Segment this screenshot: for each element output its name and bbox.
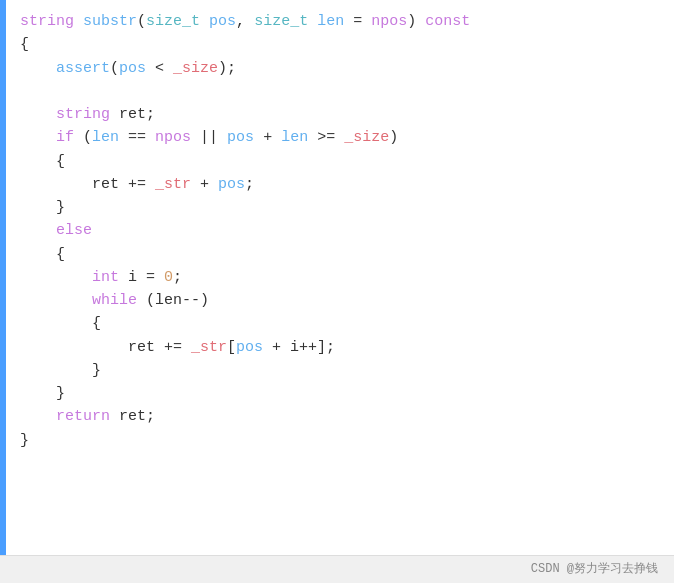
code-token	[74, 10, 83, 33]
code-token: npos	[371, 10, 407, 33]
code-token: ==	[119, 126, 155, 149]
watermark-text: CSDN @努力学习去挣钱	[531, 560, 658, 579]
code-token: i =	[119, 266, 164, 289]
code-token: ret	[92, 173, 119, 196]
code-token	[20, 173, 92, 196]
code-token: )	[389, 126, 398, 149]
code-token: _str	[191, 336, 227, 359]
code-token: size_t	[146, 10, 200, 33]
code-token: pos	[209, 10, 236, 33]
code-line: assert(pos < _size);	[20, 57, 664, 80]
code-token: _size	[173, 57, 218, 80]
code-token: pos	[236, 336, 263, 359]
code-token: (	[137, 10, 146, 33]
code-token: substr	[83, 10, 137, 33]
code-token: +=	[119, 173, 155, 196]
code-line: ret += _str + pos;	[20, 173, 664, 196]
code-token	[20, 126, 56, 149]
code-line: string ret;	[20, 103, 664, 126]
code-token: return	[56, 405, 110, 428]
code-token: const	[425, 10, 470, 33]
code-token: ;	[245, 173, 254, 196]
code-token	[20, 289, 92, 312]
code-token: pos	[218, 173, 245, 196]
code-line: if (len == npos || pos + len >= _size)	[20, 126, 664, 149]
code-line: }	[20, 429, 664, 452]
code-line: {	[20, 312, 664, 335]
code-token: {	[20, 243, 65, 266]
code-token	[200, 10, 209, 33]
code-token: string	[56, 103, 110, 126]
code-token: ,	[236, 10, 254, 33]
code-token: }	[20, 382, 65, 405]
code-token: pos	[119, 57, 146, 80]
code-token: =	[344, 10, 371, 33]
code-token	[20, 57, 56, 80]
code-line	[20, 80, 664, 103]
code-token: if	[56, 126, 74, 149]
code-token: string	[20, 10, 74, 33]
code-token: +	[254, 126, 281, 149]
code-token: }	[20, 196, 65, 219]
code-token: ret	[128, 336, 155, 359]
code-token: (	[74, 126, 92, 149]
code-line: {	[20, 33, 664, 56]
code-token: pos	[227, 126, 254, 149]
code-token: len	[317, 10, 344, 33]
code-token: 0	[164, 266, 173, 289]
code-line: while (len--)	[20, 289, 664, 312]
code-line: ret += _str[pos + i++];	[20, 336, 664, 359]
code-token	[20, 219, 56, 242]
code-line: {	[20, 150, 664, 173]
code-line: }	[20, 359, 664, 382]
left-accent-bar	[0, 0, 6, 555]
code-token: else	[56, 219, 92, 242]
code-token: }	[20, 429, 29, 452]
code-token	[20, 266, 92, 289]
code-token: ||	[191, 126, 227, 149]
code-token: int	[92, 266, 119, 289]
bottom-bar: CSDN @努力学习去挣钱	[0, 555, 674, 583]
code-line: int i = 0;	[20, 266, 664, 289]
code-token: {	[20, 312, 101, 335]
code-token: {	[20, 150, 65, 173]
code-token: ret;	[110, 103, 155, 126]
code-token	[20, 103, 56, 126]
code-token: _size	[344, 126, 389, 149]
code-token: ;	[173, 266, 182, 289]
code-line: }	[20, 196, 664, 219]
code-token: (len--)	[137, 289, 209, 312]
code-token: + i++];	[263, 336, 335, 359]
code-token: }	[20, 359, 101, 382]
code-token	[308, 10, 317, 33]
code-token: npos	[155, 126, 191, 149]
code-token: len	[281, 126, 308, 149]
code-token: while	[92, 289, 137, 312]
code-token: [	[227, 336, 236, 359]
code-token: +	[191, 173, 218, 196]
code-token: {	[20, 33, 29, 56]
code-token: (	[110, 57, 119, 80]
code-line: string substr(size_t pos, size_t len = n…	[20, 10, 664, 33]
code-token: len	[92, 126, 119, 149]
code-token	[20, 405, 56, 428]
code-token: _str	[155, 173, 191, 196]
code-token: <	[146, 57, 173, 80]
code-token: +=	[155, 336, 191, 359]
code-block: string substr(size_t pos, size_t len = n…	[0, 10, 674, 452]
code-container: string substr(size_t pos, size_t len = n…	[0, 0, 674, 583]
code-token: assert	[56, 57, 110, 80]
code-token	[20, 336, 128, 359]
code-line: return ret;	[20, 405, 664, 428]
code-token: )	[407, 10, 425, 33]
code-line: else	[20, 219, 664, 242]
code-token: >=	[308, 126, 344, 149]
code-line: }	[20, 382, 664, 405]
code-token: size_t	[254, 10, 308, 33]
code-token: );	[218, 57, 236, 80]
code-line: {	[20, 243, 664, 266]
code-token: ret;	[110, 405, 155, 428]
